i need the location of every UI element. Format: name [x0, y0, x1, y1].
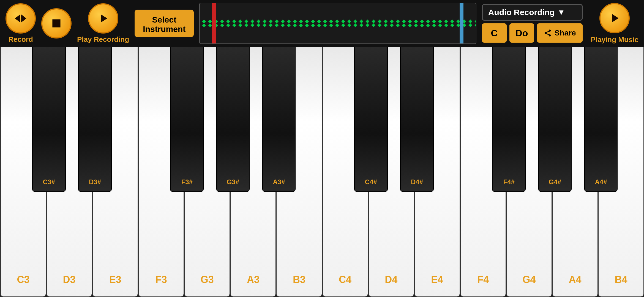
- waveform-dot: [263, 23, 266, 27]
- blue-marker: [460, 3, 463, 44]
- share-label: Share: [555, 29, 576, 37]
- waveform-dot: [226, 20, 230, 23]
- play-icon: [96, 12, 110, 25]
- white-key-label: A3: [247, 274, 260, 285]
- stop-button[interactable]: [41, 8, 72, 38]
- waveform-dot: [341, 20, 345, 23]
- note-c-button[interactable]: C: [482, 23, 507, 43]
- svg-line-5: [547, 31, 549, 32]
- white-key-label: E4: [431, 274, 443, 285]
- white-key-label: D3: [63, 274, 76, 285]
- waveform-dot: [250, 20, 254, 23]
- waveform-dot: [329, 20, 333, 23]
- waveform-dot: [335, 23, 339, 27]
- white-key-label: E3: [109, 274, 121, 285]
- waveform-dot: [287, 20, 291, 23]
- waveform-dot: [226, 23, 230, 27]
- right-controls: Audio Recording ▼ C Do Share: [482, 4, 583, 43]
- waveform-dot: [438, 20, 442, 23]
- waveform-dot: [323, 20, 327, 23]
- black-key-g4sharp[interactable]: G4#: [538, 47, 572, 192]
- rewind-button[interactable]: [6, 3, 36, 34]
- waveform-dot: [299, 20, 303, 23]
- waveform-dot: [232, 23, 236, 27]
- waveform-dot: [244, 20, 248, 23]
- audio-recording-button[interactable]: Audio Recording ▼: [482, 4, 583, 21]
- waveform-dot: [341, 23, 345, 27]
- red-marker: [212, 3, 216, 44]
- waveform-dot: [323, 23, 327, 27]
- waveform-dot: [238, 20, 242, 23]
- black-key-label: F3#: [181, 178, 193, 186]
- waveform-dot: [293, 23, 297, 27]
- playing-music-button[interactable]: [599, 3, 630, 33]
- waveform-dot: [365, 20, 369, 23]
- waveform-dot: [335, 20, 339, 23]
- waveform-dot: [238, 23, 242, 27]
- waveform-dot: [444, 23, 448, 27]
- waveform-dot: [311, 20, 315, 23]
- waveform-dot: [384, 20, 388, 23]
- play-music-icon: [608, 11, 621, 25]
- waveform-dot: [474, 20, 476, 23]
- black-key-f4sharp[interactable]: F4#: [492, 47, 526, 192]
- waveform-dot: [432, 20, 436, 23]
- playing-music-group: Playing Music: [591, 3, 638, 44]
- note-do-button[interactable]: Do: [509, 23, 534, 43]
- black-key-a3sharp[interactable]: A3#: [262, 47, 296, 192]
- waveform-dot: [305, 23, 309, 27]
- waveform-dot: [202, 23, 206, 27]
- waveform-dot: [275, 23, 279, 27]
- waveform-dot: [299, 23, 303, 27]
- share-button[interactable]: Share: [537, 23, 583, 43]
- svg-rect-0: [52, 19, 60, 27]
- white-key-label: F4: [477, 274, 489, 285]
- black-key-label: A4#: [595, 178, 607, 186]
- white-key-label: G3: [201, 274, 214, 285]
- waveform-display: [199, 3, 476, 44]
- waveform-dot: [317, 23, 321, 27]
- black-key-c3sharp[interactable]: C3#: [32, 47, 66, 192]
- waveform-dot: [426, 23, 430, 27]
- play-recording-label: Play Recording: [77, 35, 129, 44]
- black-key-c4sharp[interactable]: C4#: [354, 47, 388, 192]
- white-key-label: F3: [155, 274, 167, 285]
- black-key-d4sharp[interactable]: D4#: [400, 47, 434, 192]
- waveform-dot: [438, 23, 442, 27]
- waveform-dot: [263, 20, 266, 23]
- waveform-dot: [378, 20, 381, 23]
- note-buttons: C Do Share: [482, 23, 583, 43]
- waveform-dot: [432, 23, 436, 27]
- dropdown-icon: ▼: [557, 8, 565, 17]
- waveform-dot: [420, 20, 424, 23]
- waveform-dot: [359, 23, 363, 27]
- waveform-dot: [390, 23, 394, 27]
- waveform-dot: [281, 23, 285, 27]
- waveform-row-bottom: [200, 23, 476, 27]
- share-icon: [544, 29, 552, 37]
- black-key-a4sharp[interactable]: A4#: [584, 47, 618, 192]
- waveform-dot: [474, 23, 476, 27]
- play-recording-button[interactable]: [88, 3, 118, 34]
- svg-line-4: [547, 34, 549, 35]
- waveform-dot: [347, 23, 351, 27]
- piano-keyboard: C3D3E3F3G3A3B3C4D4E4F4G4A4B4C3#D3#F3#G3#…: [0, 47, 644, 297]
- waveform-dot: [359, 20, 363, 23]
- waveform-dot: [402, 20, 406, 23]
- waveform-dot: [232, 20, 236, 23]
- select-instrument-button[interactable]: Select Instrument: [135, 10, 194, 37]
- black-key-label: C4#: [365, 178, 377, 186]
- white-key-label: B3: [293, 274, 305, 285]
- waveform-dot: [353, 23, 357, 27]
- black-key-g3sharp[interactable]: G3#: [216, 47, 250, 192]
- waveform-dot: [378, 23, 381, 27]
- waveform-dot: [372, 20, 375, 23]
- audio-recording-label: Audio Recording: [488, 8, 555, 17]
- black-key-f3sharp[interactable]: F3#: [170, 47, 204, 192]
- black-key-d3sharp[interactable]: D3#: [78, 47, 112, 192]
- waveform-dot: [450, 20, 454, 23]
- waveform-dot: [269, 20, 272, 23]
- black-key-label: F4#: [503, 178, 515, 186]
- record-label: Record: [8, 35, 33, 44]
- black-key-label: G3#: [227, 178, 239, 186]
